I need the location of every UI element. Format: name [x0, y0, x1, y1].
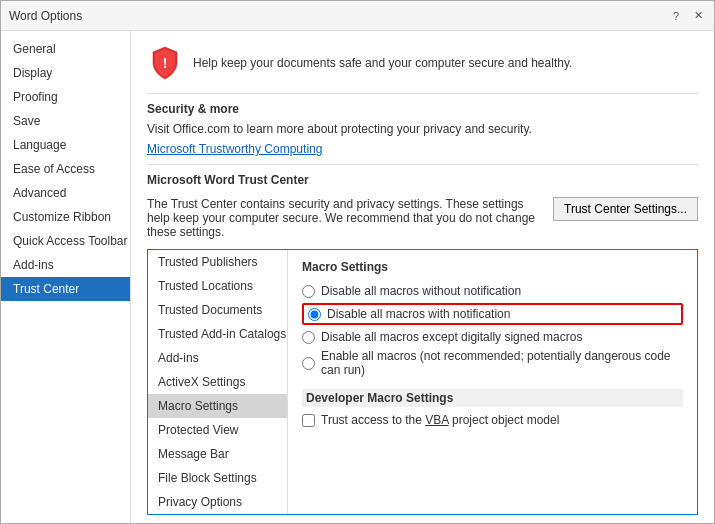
sidebar-item-add-ins[interactable]: Add-ins	[1, 253, 130, 277]
trust-center-panel: Trusted Publishers Trusted Locations Tru…	[147, 249, 698, 515]
macro-radio-2[interactable]	[308, 308, 321, 321]
tc-trusted-addin-catalogs[interactable]: Trusted Add-in Catalogs	[148, 322, 287, 346]
title-bar-controls: ? ✕	[668, 8, 706, 24]
svg-text:!: !	[163, 55, 168, 71]
tc-trusted-documents[interactable]: Trusted Documents	[148, 298, 287, 322]
sidebar-item-display[interactable]: Display	[1, 61, 130, 85]
tc-macro-settings[interactable]: Macro Settings	[148, 394, 287, 418]
header-section: ! Help keep your documents safe and your…	[147, 45, 698, 81]
macro-option-2-label: Disable all macros with notification	[327, 307, 510, 321]
trust-center-body: The Trust Center contains security and p…	[147, 197, 553, 239]
security-body: Visit Office.com to learn more about pro…	[147, 122, 698, 136]
macro-option-2: Disable all macros with notification	[302, 303, 683, 325]
title-bar: Word Options ? ✕	[1, 1, 714, 31]
tc-protected-view[interactable]: Protected View	[148, 418, 287, 442]
trust-center-header: The Trust Center contains security and p…	[147, 197, 698, 239]
sidebar-item-ease-of-access[interactable]: Ease of Access	[1, 157, 130, 181]
vba-checkbox[interactable]	[302, 414, 315, 427]
shield-icon: !	[147, 45, 183, 81]
sidebar-item-proofing[interactable]: Proofing	[1, 85, 130, 109]
developer-macro-label: Developer Macro Settings	[306, 391, 453, 407]
vba-label: Trust access to the VBA project object m…	[321, 413, 559, 427]
tc-sidebar: Trusted Publishers Trusted Locations Tru…	[148, 250, 288, 514]
tc-activex-settings[interactable]: ActiveX Settings	[148, 370, 287, 394]
macro-settings-label: Macro Settings	[302, 260, 683, 276]
macro-option-1-label: Disable all macros without notification	[321, 284, 521, 298]
tc-privacy-options[interactable]: Privacy Options	[148, 490, 287, 514]
macro-option-4: Enable all macros (not recommended; pote…	[302, 349, 683, 377]
vba-checkbox-item: Trust access to the VBA project object m…	[302, 413, 683, 427]
trust-center-settings-button[interactable]: Trust Center Settings...	[553, 197, 698, 221]
main-content: ! Help keep your documents safe and your…	[131, 31, 714, 523]
trust-center-label: Microsoft Word Trust Center	[147, 173, 698, 187]
window-body: General Display Proofing Save Language E…	[1, 31, 714, 523]
sidebar-item-quick-access-toolbar[interactable]: Quick Access Toolbar	[1, 229, 130, 253]
macro-option-3-label: Disable all macros except digitally sign…	[321, 330, 582, 344]
macro-radio-1[interactable]	[302, 285, 315, 298]
tc-add-ins[interactable]: Add-ins	[148, 346, 287, 370]
header-text: Help keep your documents safe and your c…	[193, 56, 572, 70]
macro-option-4-label: Enable all macros (not recommended; pote…	[321, 349, 683, 377]
close-button[interactable]: ✕	[690, 8, 706, 24]
trustworthy-computing-link[interactable]: Microsoft Trustworthy Computing	[147, 142, 322, 156]
tc-content: Macro Settings Disable all macros withou…	[288, 250, 697, 514]
macro-option-1: Disable all macros without notification	[302, 284, 683, 298]
macro-option-3: Disable all macros except digitally sign…	[302, 330, 683, 344]
macro-radio-group: Disable all macros without notification …	[302, 284, 683, 377]
tc-message-bar[interactable]: Message Bar	[148, 442, 287, 466]
window-title: Word Options	[9, 9, 82, 23]
macro-radio-4[interactable]	[302, 357, 315, 370]
help-button[interactable]: ?	[668, 8, 684, 24]
divider-1	[147, 93, 698, 94]
sidebar-item-general[interactable]: General	[1, 37, 130, 61]
divider-2	[147, 164, 698, 165]
macro-radio-3[interactable]	[302, 331, 315, 344]
tc-trusted-locations[interactable]: Trusted Locations	[148, 274, 287, 298]
sidebar: General Display Proofing Save Language E…	[1, 31, 131, 523]
sidebar-item-save[interactable]: Save	[1, 109, 130, 133]
sidebar-item-customize-ribbon[interactable]: Customize Ribbon	[1, 205, 130, 229]
vba-underline: VBA	[425, 413, 448, 427]
sidebar-item-trust-center[interactable]: Trust Center	[1, 277, 130, 301]
tc-trusted-publishers[interactable]: Trusted Publishers	[148, 250, 287, 274]
tc-file-block-settings[interactable]: File Block Settings	[148, 466, 287, 490]
sidebar-item-advanced[interactable]: Advanced	[1, 181, 130, 205]
trust-center-section: Microsoft Word Trust Center The Trust Ce…	[147, 173, 698, 239]
sidebar-item-language[interactable]: Language	[1, 133, 130, 157]
security-section: Security & more Visit Office.com to lear…	[147, 102, 698, 156]
word-options-window: Word Options ? ✕ General Display Proofin…	[0, 0, 715, 524]
developer-section: Developer Macro Settings Trust access to…	[302, 389, 683, 427]
security-label: Security & more	[147, 102, 698, 116]
